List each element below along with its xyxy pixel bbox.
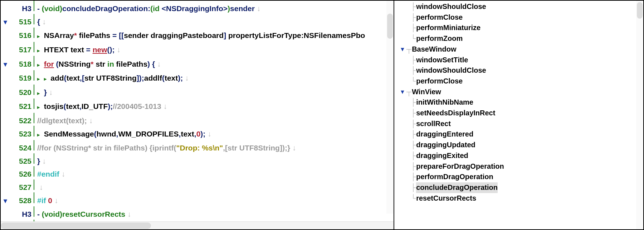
disclosure-triangle-icon[interactable]: ▼	[399, 87, 406, 97]
outline-item[interactable]: ├draggingEntered	[394, 129, 643, 140]
code-text[interactable]: ▸ SendMessage(hwnd,WM_DROPFILES,text,0);…	[37, 129, 211, 140]
outline-item[interactable]: └performZoom	[394, 33, 643, 44]
disclosure-triangle-icon[interactable]: ▼	[399, 44, 406, 55]
tree-branch-icon: ├	[411, 119, 416, 129]
gutter-separator	[34, 56, 37, 66]
outline-group[interactable]: ▼┬BaseWindow	[394, 44, 643, 55]
outline-item[interactable]: ├setNeedsDisplayInRect	[394, 108, 643, 119]
code-line[interactable]: 519▸ ▸ add(text,[str UTF8String]);addlf(…	[1, 70, 394, 85]
outline-item[interactable]: ├windowShouldClose	[394, 65, 643, 76]
code-token: )	[228, 4, 230, 13]
outline-label: draggingUpdated	[416, 140, 475, 150]
outline-vertical-scrollbar[interactable]	[636, 1, 643, 229]
code-token: (	[64, 102, 66, 110]
tree-branch-icon: ├	[411, 1, 416, 12]
outline-item[interactable]: ├windowShouldClose	[394, 1, 643, 12]
code-token: );	[200, 130, 205, 138]
outline-item[interactable]: ├performMiniaturize	[394, 23, 643, 33]
code-text[interactable]: } ↓	[37, 156, 46, 166]
outline-item[interactable]: ├concludeDragOperation	[394, 182, 643, 193]
code-line[interactable]: 525} ↓	[1, 153, 394, 167]
tree-branch-icon: ├	[411, 97, 416, 108]
code-text[interactable]: //for (NSString* str in filePaths) {ipri…	[37, 143, 296, 153]
outline-label: windowShouldClose	[416, 65, 486, 76]
outline-item[interactable]: ├windowSetTitle	[394, 55, 643, 66]
code-text[interactable]: - (void)concludeDragOperation:(id <NSDra…	[37, 3, 260, 14]
outline-list: ├windowShouldClose├performClose├performM…	[394, 1, 643, 203]
code-text[interactable]: ▸ tosjis(text,ID_UTF);//200405-1013 ↓	[37, 101, 167, 112]
editor-vscroll-thumb[interactable]	[387, 14, 393, 39]
editor-vertical-scrollbar[interactable]	[386, 1, 394, 214]
fold-toggle-icon[interactable]: ▼	[1, 17, 10, 28]
code-line[interactable]: 521▸ tosjis(text,ID_UTF);//200405-1013 ↓	[1, 99, 394, 113]
tab-glyph-icon: ▸	[37, 76, 44, 82]
code-line[interactable]: 516▸ NSArray* filePaths = [[sender dragg…	[1, 28, 394, 42]
fold-toggle-icon[interactable]: ▼	[1, 59, 10, 70]
code-line[interactable]: H3- (void)concludeDragOperation:(id <NSD…	[1, 1, 394, 14]
outline-vscroll-thumb[interactable]	[637, 2, 643, 19]
eol-glyph-icon: ↓	[40, 18, 46, 26]
code-text[interactable]: ▸ HTEXT text = new(); ↓	[37, 44, 121, 56]
code-text[interactable]: ▸ NSArray* filePaths = [[sender dragging…	[37, 30, 365, 42]
code-text[interactable]: - (void)resetCursorRects ↓	[37, 209, 131, 219]
eol-glyph-icon: ↓	[40, 157, 46, 165]
line-number: 517	[10, 44, 33, 55]
code-line[interactable]: ▼518▸ for (NSString* str in filePaths) {…	[1, 56, 394, 70]
code-line[interactable]: 526#endif ↓	[1, 166, 394, 179]
code-line[interactable]: 524//for (NSString* str in filePaths) {i…	[1, 140, 394, 153]
gutter-separator	[34, 153, 37, 164]
code-token: str	[94, 60, 108, 68]
eol-glyph-icon: ↓	[183, 74, 189, 82]
fold-toggle-icon[interactable]: ▼	[1, 196, 10, 206]
code-text[interactable]: ↓	[37, 182, 43, 192]
gutter-separator	[34, 192, 37, 203]
outline-item[interactable]: ├draggingUpdated	[394, 140, 643, 150]
code-token: -	[37, 4, 42, 13]
code-line[interactable]: 517▸ HTEXT text = new(); ↓	[1, 42, 394, 56]
code-token: {	[37, 18, 40, 26]
outline-item[interactable]: ├scrollRect	[394, 119, 643, 129]
code-token: ,[str UTF8String]);}	[223, 144, 290, 152]
eol-glyph-icon: ↓	[155, 60, 161, 68]
code-text[interactable]: ▸ for (NSString* str in filePaths) { ↓	[37, 59, 161, 70]
outline-item[interactable]: └resetCursorRects	[394, 193, 643, 204]
outline-item[interactable]: ├draggingExited	[394, 150, 643, 161]
code-line[interactable]: H3- (void)resetCursorRects ↓	[1, 206, 394, 220]
code-text[interactable]: //dlgtext(text); ↓	[37, 115, 93, 126]
outline-item[interactable]: ├performClose	[394, 12, 643, 23]
editor-horizontal-scrollbar[interactable]	[1, 221, 394, 229]
code-text[interactable]: ▸ ▸ add(text,[str UTF8String]);addlf(tex…	[37, 73, 189, 84]
code-line[interactable]: ▼515{ ↓	[1, 14, 394, 28]
code-line[interactable]: 527 ↓	[1, 179, 394, 193]
eol-glyph-icon: ↓	[114, 45, 120, 54]
code-token: =	[86, 45, 91, 54]
outline-item[interactable]: ├performDragOperation	[394, 172, 643, 182]
code-text[interactable]: #if 0 ↓	[37, 195, 58, 206]
code-token: WM_DROPFILES	[118, 130, 179, 138]
code-line[interactable]: 520▸ } ↓	[1, 85, 394, 99]
code-text[interactable]: #endif ↓	[37, 169, 65, 179]
code-token: ]);	[137, 74, 144, 82]
tree-branch-icon: ├	[411, 140, 416, 150]
outline-group[interactable]: ▼┬WinView	[394, 87, 643, 97]
outline-item[interactable]: ├initWithNibName	[394, 97, 643, 108]
outline-item[interactable]: ├prepareForDragOperation	[394, 161, 643, 172]
tree-branch-icon: └	[411, 33, 416, 44]
gutter-separator	[34, 28, 37, 38]
outline-item[interactable]: └performClose	[394, 76, 643, 87]
tree-branch-icon: └	[411, 76, 416, 87]
code-text[interactable]: { ↓	[37, 16, 46, 27]
code-token: (	[56, 60, 59, 68]
eol-glyph-icon: ↓	[255, 4, 260, 13]
code-area[interactable]: H3- (void)concludeDragOperation:(id <NSD…	[1, 1, 394, 221]
code-line[interactable]: 522//dlgtext(text); ↓	[1, 113, 394, 126]
tree-branch-icon: └	[411, 193, 416, 204]
code-text[interactable]: ▸ } ↓	[37, 87, 53, 99]
code-line[interactable]: 523▸ SendMessage(hwnd,WM_DROPFILES,text,…	[1, 126, 394, 140]
editor-hscroll-thumb[interactable]	[1, 222, 151, 229]
tab-glyph-icon: ▸	[37, 104, 44, 110]
line-number: 519	[10, 73, 33, 83]
code-token: (	[94, 130, 97, 138]
tree-branch-icon: ├	[411, 182, 416, 193]
code-line[interactable]: ▼528#if 0 ↓	[1, 192, 394, 206]
